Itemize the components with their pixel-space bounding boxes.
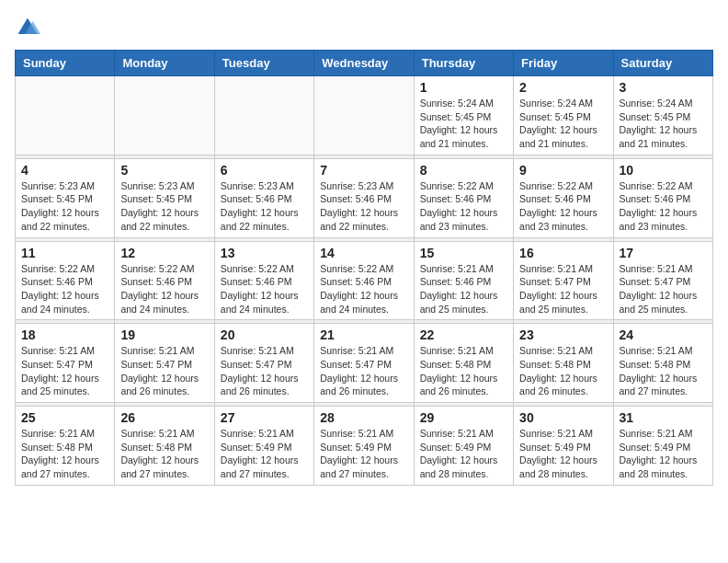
day-number: 12 <box>120 246 208 260</box>
day-info: Sunrise: 5:21 AM Sunset: 5:46 PM Dayligh… <box>420 262 507 316</box>
day-cell: 25Sunrise: 5:21 AM Sunset: 5:48 PM Dayli… <box>16 407 115 486</box>
week-row-3: 11Sunrise: 5:22 AM Sunset: 5:46 PM Dayli… <box>16 241 713 320</box>
day-number: 8 <box>420 163 507 178</box>
day-info: Sunrise: 5:22 AM Sunset: 5:46 PM Dayligh… <box>420 179 507 234</box>
day-cell: 15Sunrise: 5:21 AM Sunset: 5:46 PM Dayli… <box>414 241 513 320</box>
day-info: Sunrise: 5:21 AM Sunset: 5:48 PM Dayligh… <box>620 344 707 398</box>
day-info: Sunrise: 5:21 AM Sunset: 5:49 PM Dayligh… <box>519 427 607 481</box>
day-cell: 18Sunrise: 5:21 AM Sunset: 5:47 PM Dayli… <box>16 324 115 403</box>
day-number: 2 <box>519 80 607 95</box>
day-number: 7 <box>320 163 407 178</box>
day-cell: 20Sunrise: 5:21 AM Sunset: 5:47 PM Dayli… <box>214 324 313 403</box>
day-number: 19 <box>120 327 208 342</box>
day-number: 11 <box>21 246 108 260</box>
day-info: Sunrise: 5:22 AM Sunset: 5:46 PM Dayligh… <box>620 179 707 234</box>
day-info: Sunrise: 5:21 AM Sunset: 5:49 PM Dayligh… <box>221 427 308 481</box>
day-cell: 7Sunrise: 5:23 AM Sunset: 5:46 PM Daylig… <box>314 158 414 237</box>
day-info: Sunrise: 5:21 AM Sunset: 5:47 PM Dayligh… <box>221 344 308 398</box>
day-number: 14 <box>320 246 407 260</box>
weekday-header-thursday: Thursday <box>414 51 513 76</box>
day-info: Sunrise: 5:23 AM Sunset: 5:46 PM Dayligh… <box>320 179 407 234</box>
day-number: 15 <box>420 246 507 260</box>
day-info: Sunrise: 5:23 AM Sunset: 5:46 PM Dayligh… <box>221 179 308 234</box>
day-info: Sunrise: 5:21 AM Sunset: 5:48 PM Dayligh… <box>420 344 507 398</box>
day-info: Sunrise: 5:21 AM Sunset: 5:47 PM Dayligh… <box>320 344 407 398</box>
day-info: Sunrise: 5:24 AM Sunset: 5:45 PM Dayligh… <box>420 97 507 151</box>
day-number: 10 <box>620 163 707 178</box>
day-cell: 30Sunrise: 5:21 AM Sunset: 5:49 PM Dayli… <box>514 407 613 486</box>
day-info: Sunrise: 5:22 AM Sunset: 5:46 PM Dayligh… <box>519 179 607 234</box>
day-number: 3 <box>620 80 707 95</box>
day-number: 18 <box>21 327 108 342</box>
day-info: Sunrise: 5:21 AM Sunset: 5:47 PM Dayligh… <box>620 262 707 316</box>
weekday-header-row: SundayMondayTuesdayWednesdayThursdayFrid… <box>16 51 713 76</box>
day-number: 23 <box>519 327 607 342</box>
day-info: Sunrise: 5:21 AM Sunset: 5:48 PM Dayligh… <box>21 427 108 481</box>
day-cell: 27Sunrise: 5:21 AM Sunset: 5:49 PM Dayli… <box>214 407 313 486</box>
day-cell: 10Sunrise: 5:22 AM Sunset: 5:46 PM Dayli… <box>613 158 712 237</box>
day-cell: 29Sunrise: 5:21 AM Sunset: 5:49 PM Dayli… <box>414 407 513 486</box>
day-number: 27 <box>221 410 308 425</box>
day-cell <box>214 76 313 155</box>
day-cell: 4Sunrise: 5:23 AM Sunset: 5:45 PM Daylig… <box>16 158 115 237</box>
day-info: Sunrise: 5:21 AM Sunset: 5:48 PM Dayligh… <box>519 344 607 398</box>
day-info: Sunrise: 5:23 AM Sunset: 5:45 PM Dayligh… <box>120 179 208 234</box>
weekday-header-friday: Friday <box>514 51 613 76</box>
day-cell: 14Sunrise: 5:22 AM Sunset: 5:46 PM Dayli… <box>314 241 414 320</box>
day-cell: 5Sunrise: 5:23 AM Sunset: 5:45 PM Daylig… <box>115 158 214 237</box>
day-number: 1 <box>420 80 507 95</box>
day-cell <box>314 76 414 155</box>
day-cell: 3Sunrise: 5:24 AM Sunset: 5:45 PM Daylig… <box>613 76 712 155</box>
day-number: 28 <box>320 410 407 425</box>
day-info: Sunrise: 5:23 AM Sunset: 5:45 PM Dayligh… <box>21 179 108 234</box>
day-cell: 1Sunrise: 5:24 AM Sunset: 5:45 PM Daylig… <box>414 76 513 155</box>
day-cell: 24Sunrise: 5:21 AM Sunset: 5:48 PM Dayli… <box>613 324 712 403</box>
week-row-1: 1Sunrise: 5:24 AM Sunset: 5:45 PM Daylig… <box>16 76 713 155</box>
day-number: 20 <box>221 327 308 342</box>
day-cell <box>115 76 214 155</box>
day-cell: 16Sunrise: 5:21 AM Sunset: 5:47 PM Dayli… <box>514 241 613 320</box>
day-cell <box>16 76 115 155</box>
day-number: 16 <box>519 246 607 260</box>
header <box>15 15 713 40</box>
day-cell: 26Sunrise: 5:21 AM Sunset: 5:48 PM Dayli… <box>115 407 214 486</box>
day-cell: 12Sunrise: 5:22 AM Sunset: 5:46 PM Dayli… <box>115 241 214 320</box>
day-cell: 23Sunrise: 5:21 AM Sunset: 5:48 PM Dayli… <box>514 324 613 403</box>
day-number: 29 <box>420 410 507 425</box>
day-cell: 31Sunrise: 5:21 AM Sunset: 5:49 PM Dayli… <box>613 407 712 486</box>
day-info: Sunrise: 5:24 AM Sunset: 5:45 PM Dayligh… <box>519 97 607 151</box>
day-info: Sunrise: 5:22 AM Sunset: 5:46 PM Dayligh… <box>221 262 308 316</box>
weekday-header-monday: Monday <box>115 51 214 76</box>
week-row-2: 4Sunrise: 5:23 AM Sunset: 5:45 PM Daylig… <box>16 158 713 237</box>
weekday-header-saturday: Saturday <box>613 51 712 76</box>
day-cell: 19Sunrise: 5:21 AM Sunset: 5:47 PM Dayli… <box>115 324 214 403</box>
day-number: 25 <box>21 410 108 425</box>
day-number: 24 <box>620 327 707 342</box>
day-number: 9 <box>519 163 607 178</box>
day-cell: 8Sunrise: 5:22 AM Sunset: 5:46 PM Daylig… <box>414 158 513 237</box>
day-cell: 22Sunrise: 5:21 AM Sunset: 5:48 PM Dayli… <box>414 324 513 403</box>
day-cell: 17Sunrise: 5:21 AM Sunset: 5:47 PM Dayli… <box>613 241 712 320</box>
day-info: Sunrise: 5:24 AM Sunset: 5:45 PM Dayligh… <box>620 97 707 151</box>
day-number: 4 <box>21 163 108 178</box>
day-info: Sunrise: 5:21 AM Sunset: 5:47 PM Dayligh… <box>21 344 108 398</box>
weekday-header-sunday: Sunday <box>16 51 115 76</box>
day-cell: 11Sunrise: 5:22 AM Sunset: 5:46 PM Dayli… <box>16 241 115 320</box>
day-number: 21 <box>320 327 407 342</box>
week-row-4: 18Sunrise: 5:21 AM Sunset: 5:47 PM Dayli… <box>16 324 713 403</box>
calendar: SundayMondayTuesdayWednesdayThursdayFrid… <box>15 50 713 486</box>
day-info: Sunrise: 5:21 AM Sunset: 5:49 PM Dayligh… <box>620 427 707 481</box>
day-number: 22 <box>420 327 507 342</box>
logo-icon <box>15 15 40 40</box>
day-info: Sunrise: 5:22 AM Sunset: 5:46 PM Dayligh… <box>120 262 208 316</box>
day-number: 6 <box>221 163 308 178</box>
day-cell: 13Sunrise: 5:22 AM Sunset: 5:46 PM Dayli… <box>214 241 313 320</box>
weekday-header-wednesday: Wednesday <box>314 51 414 76</box>
day-number: 5 <box>120 163 208 178</box>
day-number: 26 <box>120 410 208 425</box>
day-info: Sunrise: 5:21 AM Sunset: 5:48 PM Dayligh… <box>120 427 208 481</box>
day-cell: 9Sunrise: 5:22 AM Sunset: 5:46 PM Daylig… <box>514 158 613 237</box>
day-number: 13 <box>221 246 308 260</box>
day-cell: 28Sunrise: 5:21 AM Sunset: 5:49 PM Dayli… <box>314 407 414 486</box>
day-number: 30 <box>519 410 607 425</box>
